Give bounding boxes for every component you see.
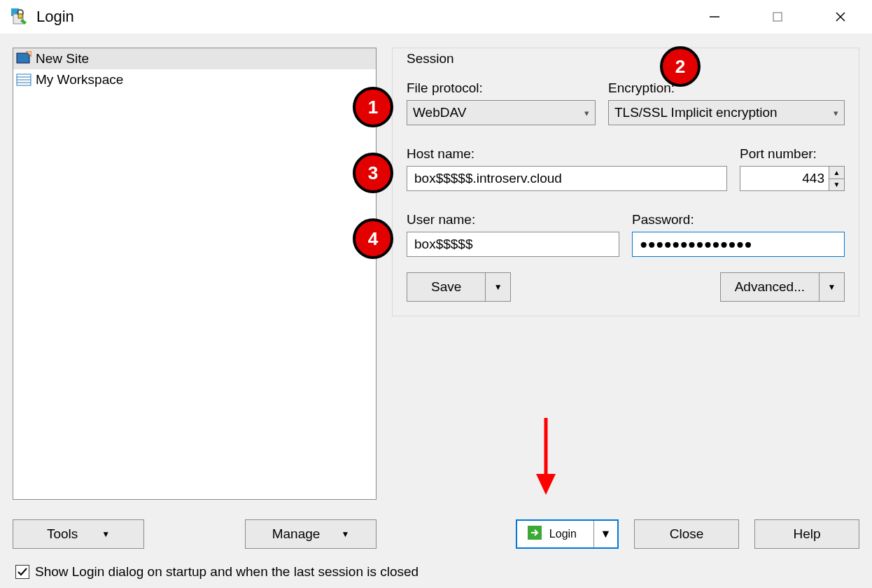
password-input[interactable] <box>632 232 845 257</box>
close-button-label: Close <box>670 526 704 542</box>
maximize-button[interactable] <box>746 0 809 34</box>
annotation-badge-1: 1 <box>353 87 393 127</box>
file-protocol-dropdown[interactable]: WebDAV ▾ <box>407 100 596 125</box>
host-name-input[interactable] <box>407 166 727 191</box>
svg-rect-3 <box>18 14 22 18</box>
caret-down-icon: ▼ <box>828 282 836 292</box>
port-spinner[interactable]: ▲ ▼ <box>829 167 844 190</box>
caret-down-icon: ▼ <box>494 282 502 292</box>
advanced-button[interactable]: Advanced... ▼ <box>720 272 845 302</box>
manage-button-label: Manage <box>272 526 321 542</box>
spinner-down-icon[interactable]: ▼ <box>829 179 844 191</box>
annotation-badge-2: 2 <box>660 46 701 87</box>
password-field[interactable] <box>638 236 838 253</box>
save-button-label: Save <box>407 273 485 301</box>
close-button[interactable]: Close <box>634 519 739 549</box>
checkbox-icon <box>15 565 29 579</box>
advanced-button-label: Advanced... <box>721 273 819 301</box>
caret-down-icon: ▼ <box>341 529 349 539</box>
port-number-value: 443 <box>746 171 829 186</box>
svg-rect-10 <box>17 53 29 63</box>
login-button-label: Login <box>549 528 577 540</box>
sites-list[interactable]: New Site My Workspace <box>13 48 377 500</box>
chevron-down-icon: ▾ <box>834 108 838 118</box>
user-name-input[interactable] <box>407 232 619 257</box>
spinner-up-icon[interactable]: ▲ <box>829 167 844 179</box>
encryption-value: TLS/SSL Implicit encryption <box>614 105 778 120</box>
manage-button[interactable]: Manage ▼ <box>245 519 377 549</box>
session-fieldset: Session File protocol: WebDAV ▾ Encrypti… <box>392 48 859 316</box>
window-title: Login <box>36 8 74 26</box>
minimize-button[interactable] <box>683 0 746 34</box>
annotation-badge-3: 3 <box>353 153 393 193</box>
save-button-dropdown[interactable]: ▼ <box>485 273 510 301</box>
workspace-icon <box>16 72 31 88</box>
port-number-label: Port number: <box>740 146 845 162</box>
caret-down-icon: ▼ <box>101 529 110 539</box>
bottom-toolbar: Tools ▼ Manage ▼ Login ▼ Close <box>13 519 859 549</box>
encryption-dropdown[interactable]: TLS/SSL Implicit encryption ▾ <box>608 100 845 125</box>
encryption-label: Encryption: <box>608 80 845 96</box>
user-name-label: User name: <box>407 212 619 227</box>
app-icon <box>10 7 29 27</box>
caret-down-icon: ▼ <box>600 528 612 540</box>
svg-marker-9 <box>536 474 556 495</box>
close-window-button[interactable] <box>809 0 872 34</box>
host-name-field[interactable] <box>413 170 721 187</box>
svg-rect-5 <box>773 13 782 21</box>
window-controls <box>683 0 872 34</box>
titlebar: Login <box>0 0 872 34</box>
save-button[interactable]: Save ▼ <box>407 272 511 302</box>
annotation-badge-4: 4 <box>353 218 393 259</box>
chevron-down-icon: ▾ <box>584 108 589 118</box>
tools-button-label: Tools <box>47 526 78 542</box>
port-number-input[interactable]: 443 ▲ ▼ <box>740 166 845 191</box>
site-item-label: New Site <box>36 51 89 66</box>
session-legend: Session <box>402 51 458 66</box>
help-button[interactable]: Help <box>754 519 859 549</box>
user-name-field[interactable] <box>413 236 613 253</box>
password-label: Password: <box>632 212 845 227</box>
file-protocol-label: File protocol: <box>407 80 596 96</box>
login-icon <box>527 525 542 543</box>
new-site-icon <box>16 51 31 66</box>
site-item-label: My Workspace <box>36 72 123 88</box>
login-button-dropdown[interactable]: ▼ <box>593 521 617 547</box>
show-login-dialog-checkbox[interactable]: Show Login dialog on startup and when th… <box>15 564 419 580</box>
annotation-arrow-icon <box>532 414 560 498</box>
site-item-new-site[interactable]: New Site <box>13 48 376 69</box>
help-button-label: Help <box>793 526 820 542</box>
site-item-my-workspace[interactable]: My Workspace <box>13 69 376 90</box>
file-protocol-value: WebDAV <box>413 105 466 120</box>
client-area: 1 2 3 4 New Site My Workspace <box>0 34 872 588</box>
tools-button[interactable]: Tools ▼ <box>13 519 144 549</box>
advanced-button-dropdown[interactable]: ▼ <box>819 273 844 301</box>
show-login-dialog-label: Show Login dialog on startup and when th… <box>35 564 419 580</box>
host-name-label: Host name: <box>407 146 727 162</box>
login-button[interactable]: Login ▼ <box>516 519 619 549</box>
